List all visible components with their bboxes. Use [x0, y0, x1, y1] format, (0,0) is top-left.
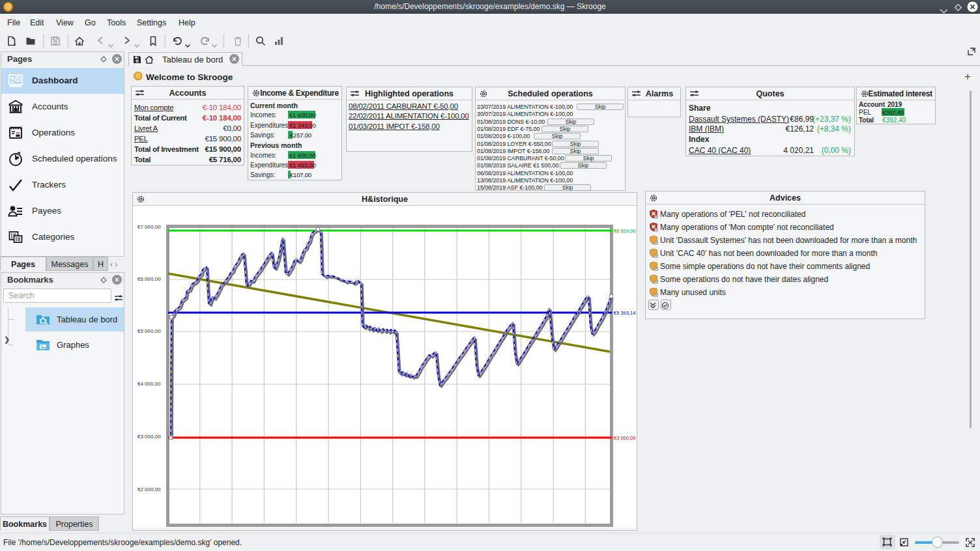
svg-text:€7 000,00: €7 000,00 — [137, 224, 161, 230]
svg-text:€6 000,00: €6 000,00 — [137, 276, 161, 282]
svg-text:€4 000,00: €4 000,00 — [137, 381, 161, 387]
svg-text:€2 000,00: €2 000,00 — [137, 487, 161, 492]
svg-text:€6 929,00: €6 929,00 — [614, 228, 635, 234]
svg-text:€3 000,00: €3 000,00 — [137, 434, 161, 440]
svg-text:€5 000,00: €5 000,00 — [137, 328, 161, 334]
svg-text:€3 000,00: €3 000,00 — [614, 435, 635, 441]
svg-text:€5 393,14: €5 393,14 — [614, 310, 635, 316]
